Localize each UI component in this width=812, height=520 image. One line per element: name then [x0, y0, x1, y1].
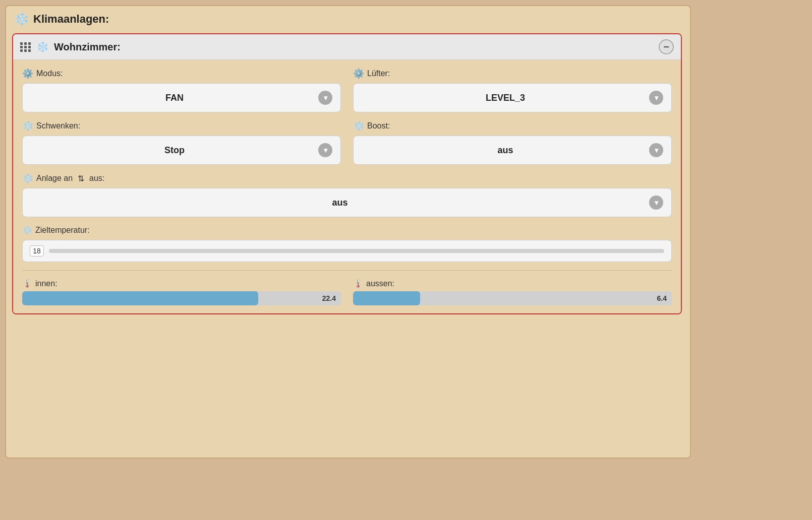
luefter-select[interactable]: LEVEL_3 ▾ — [353, 83, 672, 112]
page-title: ❄️ Klimaanlagen: — [12, 12, 690, 26]
modus-icon: ⚙️ — [22, 68, 33, 79]
card-header-snowflake: ❄️ — [36, 41, 49, 53]
modus-label: ⚙️ Modus: — [22, 68, 341, 79]
schwenken-chevron: ▾ — [318, 143, 332, 157]
innen-icon: 🌡️ — [22, 279, 32, 288]
boost-icon: ❄️ — [353, 120, 364, 132]
boost-label-text: Boost: — [367, 121, 390, 131]
modus-chevron: ▾ — [318, 91, 332, 105]
luefter-icon: ⚙️ — [353, 68, 364, 79]
luefter-value: LEVEL_3 — [362, 93, 649, 103]
modus-luefter-row: ⚙️ Modus: FAN ▾ ⚙️ Lüfter: — [22, 68, 672, 112]
anlage-label: ❄️ Anlage an ⇅ aus: — [22, 173, 672, 184]
aussen-progress-fill — [353, 291, 420, 305]
boost-chevron: ▾ — [649, 143, 663, 157]
scroll-area[interactable]: ❄️ Wohnzimmer: − ⚙️ Modus: FAN ▾ — [12, 33, 690, 322]
schwenken-label-text: Schwenken: — [36, 121, 80, 131]
innen-label-text: innen: — [35, 279, 57, 288]
anlage-icon: ❄️ — [22, 173, 33, 184]
boost-select[interactable]: aus ▾ — [353, 136, 672, 165]
boost-label: ❄️ Boost: — [353, 120, 672, 132]
luefter-field: ⚙️ Lüfter: LEVEL_3 ▾ — [353, 68, 672, 112]
card-header: ❄️ Wohnzimmer: − — [13, 34, 681, 60]
zieltemperatur-icon: ❄️ — [22, 225, 32, 235]
innen-progress: 22.4 — [22, 291, 341, 305]
aussen-value: 6.4 — [657, 294, 667, 302]
anlage-label-prefix: Anlage an — [36, 174, 73, 183]
innen-progress-fill — [22, 291, 258, 305]
innen-reading: 🌡️ innen: 22.4 — [22, 279, 341, 305]
zieltemperatur-slider-container: 18 — [22, 240, 672, 262]
schwenken-select[interactable]: Stop ▾ — [22, 136, 341, 165]
collapse-button[interactable]: − — [659, 39, 674, 54]
aussen-icon: 🌡️ — [353, 279, 363, 288]
anlage-sort-icon: ⇅ — [78, 174, 84, 183]
aussen-progress: 6.4 — [353, 291, 672, 305]
modus-label-text: Modus: — [36, 69, 63, 78]
wohnzimmer-card: ❄️ Wohnzimmer: − ⚙️ Modus: FAN ▾ — [12, 33, 682, 314]
anlage-label-suffix: aus: — [89, 174, 104, 183]
zieltemperatur-value: 18 — [30, 245, 44, 256]
modus-value: FAN — [31, 93, 318, 103]
anlage-value: aus — [31, 198, 649, 208]
anlage-field: ❄️ Anlage an ⇅ aus: aus ▾ — [22, 173, 672, 217]
innen-label: 🌡️ innen: — [22, 279, 341, 288]
aussen-label-text: aussen: — [366, 279, 394, 288]
schwenken-icon: ❄️ — [22, 120, 33, 132]
zieltemperatur-label-text: Zieltemperatur: — [35, 226, 90, 235]
drag-handle-icon[interactable] — [20, 42, 31, 52]
main-container: ❄️ Klimaanlagen: ❄️ Wohnzimmer: − — [5, 5, 691, 459]
luefter-label-text: Lüfter: — [367, 69, 390, 78]
schwenken-boost-row: ❄️ Schwenken: Stop ▾ ❄️ Boost: — [22, 120, 672, 165]
modus-field: ⚙️ Modus: FAN ▾ — [22, 68, 341, 112]
anlage-select[interactable]: aus ▾ — [22, 188, 672, 217]
modus-select[interactable]: FAN ▾ — [22, 83, 341, 112]
zieltemperatur-label: ❄️ Zieltemperatur: — [22, 225, 672, 235]
temp-readings-row: 🌡️ innen: 22.4 🌡️ aussen: — [22, 279, 672, 305]
aussen-reading: 🌡️ aussen: 6.4 — [353, 279, 672, 305]
aussen-label: 🌡️ aussen: — [353, 279, 672, 288]
schwenken-label: ❄️ Schwenken: — [22, 120, 341, 132]
card-body: ⚙️ Modus: FAN ▾ ⚙️ Lüfter: — [13, 60, 681, 313]
page-title-text: Klimaanlagen: — [33, 13, 109, 26]
card-header-title: Wohnzimmer: — [54, 41, 121, 53]
innen-value: 22.4 — [322, 294, 336, 302]
schwenken-value: Stop — [31, 145, 318, 156]
section-divider — [22, 270, 672, 271]
klimaanlagen-icon: ❄️ — [14, 12, 29, 26]
zieltemperatur-slider-track — [49, 249, 664, 253]
boost-field: ❄️ Boost: aus ▾ — [353, 120, 672, 165]
schwenken-field: ❄️ Schwenken: Stop ▾ — [22, 120, 341, 165]
zieltemperatur-section: ❄️ Zieltemperatur: 18 — [22, 225, 672, 262]
luefter-chevron: ▾ — [649, 91, 663, 105]
card-header-left: ❄️ Wohnzimmer: — [20, 41, 121, 53]
luefter-label: ⚙️ Lüfter: — [353, 68, 672, 79]
boost-value: aus — [362, 145, 649, 156]
anlage-chevron: ▾ — [649, 196, 663, 210]
